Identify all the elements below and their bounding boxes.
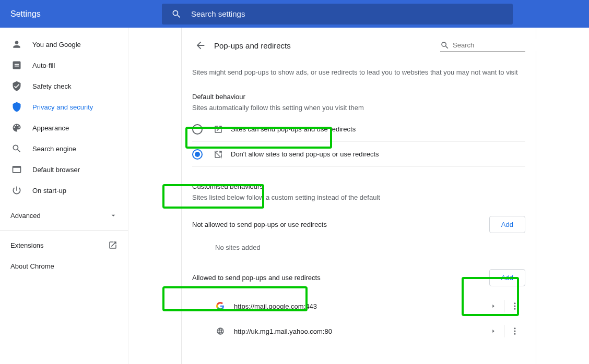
sidebar-extensions[interactable]: Extensions: [0, 235, 128, 256]
site-row: http://uk.mg1.mail.yahoo.com:80: [192, 319, 525, 344]
sidebar-item-label: Privacy and security: [32, 103, 93, 111]
sidebar-item-label: Safety check: [32, 82, 71, 90]
divider: [0, 230, 128, 230]
back-button[interactable]: [192, 37, 209, 54]
sidebar-item-default-browser[interactable]: Default browser: [0, 159, 125, 180]
extensions-label: Extensions: [10, 241, 44, 249]
sidebar-advanced[interactable]: Advanced: [0, 205, 128, 226]
sidebar-item-safety-check[interactable]: Safety check: [0, 76, 125, 96]
no-sites-text: No sites added: [192, 233, 525, 251]
browser-icon: [10, 164, 23, 175]
radio-block-label: Don't allow sites to send pop-ups or use…: [231, 150, 379, 158]
about-label: About Chrome: [10, 262, 54, 270]
radio-allow-label: Sites can send pop-ups and use redirects: [231, 125, 356, 133]
header: Settings: [0, 0, 589, 28]
sidebar-item-appearance[interactable]: Appearance: [0, 117, 125, 138]
custom-behaviours-sub: Sites listed below follow a custom setti…: [192, 190, 525, 207]
google-favicon-icon: [215, 301, 226, 311]
search-settings-bar[interactable]: [162, 4, 513, 25]
site-detail-arrow[interactable]: [483, 329, 504, 334]
svg-point-3: [514, 327, 516, 329]
radio-allow-popups[interactable]: Sites can send pop-ups and use redirects: [192, 117, 525, 142]
site-row: https://mail.google.com:443: [192, 294, 525, 319]
radio-unselected-icon: [192, 124, 203, 135]
palette-icon: [10, 123, 23, 133]
search-settings-input[interactable]: [191, 9, 503, 18]
sidebar-about-chrome[interactable]: About Chrome: [0, 256, 128, 276]
autofill-icon: [10, 60, 23, 70]
blocked-popup-icon: [213, 150, 223, 159]
page-search-input[interactable]: [453, 39, 540, 51]
svg-point-2: [514, 308, 516, 310]
settings-title: Settings: [10, 9, 162, 19]
svg-point-5: [514, 333, 516, 335]
power-icon: [10, 185, 23, 196]
allowed-title: Allowed to send pop-ups and use redirect…: [192, 274, 321, 282]
add-allowed-button[interactable]: Add: [489, 269, 525, 286]
intro-text: Sites might send pop-ups to show ads, or…: [192, 63, 525, 86]
sidebar-item-label: Default browser: [32, 166, 80, 174]
default-behaviour-sub: Sites automatically follow this setting …: [192, 101, 525, 117]
site-more-menu[interactable]: [504, 301, 525, 311]
add-not-allowed-button[interactable]: Add: [489, 216, 525, 233]
radio-selected-icon: [192, 149, 203, 160]
sidebar-item-label: Auto-fill: [32, 62, 55, 69]
sidebar: You and Google Auto-fill Safety check Pr…: [0, 28, 128, 364]
sidebar-item-autofill[interactable]: Auto-fill: [0, 55, 125, 76]
site-url: http://uk.mg1.mail.yahoo.com:80: [234, 327, 483, 335]
page-title: Pop-ups and redirects: [214, 41, 440, 50]
default-behaviour-title: Default behaviour: [192, 86, 245, 101]
radio-block-popups[interactable]: Don't allow sites to send pop-ups or use…: [192, 142, 525, 167]
open-in-new-icon: [108, 240, 117, 250]
svg-point-1: [514, 306, 516, 307]
person-icon: [10, 39, 23, 50]
search-icon: [10, 143, 23, 154]
custom-behaviours-title: Customised behaviours: [192, 175, 263, 190]
site-detail-arrow[interactable]: [483, 304, 504, 309]
sidebar-item-label: On start-up: [32, 187, 66, 195]
content: Pop-ups and redirects Sites might send p…: [181, 28, 536, 364]
shield-check-icon: [10, 81, 23, 91]
site-more-menu[interactable]: [504, 326, 525, 336]
sidebar-item-label: Search engine: [32, 145, 76, 153]
open-in-new-icon: [213, 125, 223, 134]
shield-icon: [10, 102, 23, 112]
sidebar-item-search-engine[interactable]: Search engine: [0, 138, 125, 159]
svg-point-0: [514, 302, 516, 304]
site-url: https://mail.google.com:443: [234, 302, 483, 310]
sidebar-item-label: You and Google: [32, 41, 81, 48]
sidebar-item-you-and-google[interactable]: You and Google: [0, 34, 125, 55]
advanced-label: Advanced: [10, 212, 41, 220]
not-allowed-title: Not allowed to send pop-ups or use redir…: [192, 221, 327, 228]
sidebar-item-privacy[interactable]: Privacy and security: [0, 96, 125, 117]
sidebar-item-label: Appearance: [32, 124, 69, 132]
search-icon: [171, 9, 182, 19]
search-icon: [440, 41, 450, 50]
globe-icon: [215, 326, 226, 336]
svg-point-4: [514, 331, 516, 332]
sidebar-item-on-startup[interactable]: On start-up: [0, 180, 125, 201]
page-search[interactable]: [440, 39, 525, 52]
chevron-down-icon: [109, 211, 117, 220]
